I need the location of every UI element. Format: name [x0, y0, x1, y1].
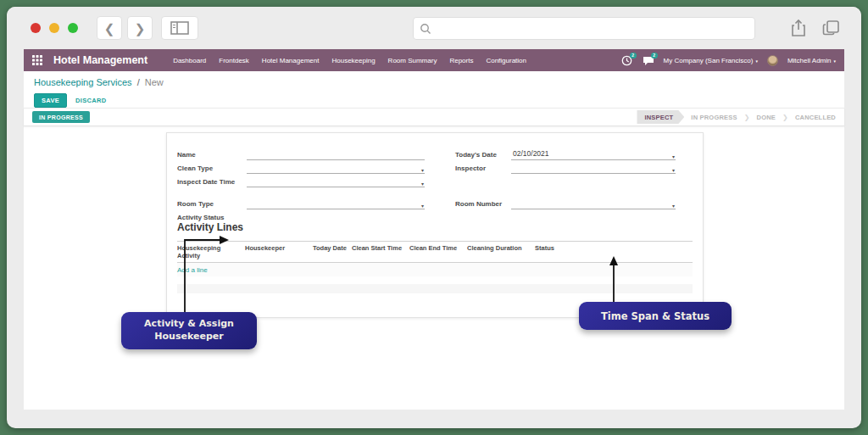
col-housekeeper: Housekeeper — [245, 244, 313, 259]
menu-item-reports[interactable]: Reports — [449, 57, 473, 64]
browser-chrome: ❮ ❯ — [7, 7, 861, 49]
clean-type-select[interactable]: ▾ — [247, 163, 425, 174]
chevron-down-icon: ▾ — [672, 167, 675, 173]
room-number-label: Room Number — [455, 200, 511, 209]
field-todays-date: Today's Date 02/10/2021▾ — [455, 147, 676, 160]
company-switcher[interactable]: My Company (San Francisco)▾ — [664, 57, 758, 64]
sidebar-toggle-button[interactable] — [161, 16, 198, 40]
app-menu: Dashboard Frontdesk Hotel Management Hou… — [173, 57, 526, 64]
navbar-right: 2 2 My Company (San Francisco)▾ Mitchell… — [621, 55, 836, 66]
address-search-bar[interactable] — [413, 17, 755, 40]
room-type-select[interactable]: ▾ — [247, 198, 425, 209]
form-view: Housekeeping Services / New SAVE DISCARD… — [24, 71, 844, 410]
menu-item-configuration[interactable]: Configuration — [486, 57, 526, 64]
name-input[interactable] — [247, 149, 425, 160]
pipeline-step-in-progress[interactable]: IN PROGRESS — [691, 114, 737, 121]
clean-type-label: Clean Type — [177, 165, 247, 174]
breadcrumb-current: New — [145, 77, 164, 87]
chevron-down-icon: ▾ — [421, 167, 424, 173]
menu-item-frontdesk[interactable]: Frontdesk — [219, 57, 249, 64]
field-clean-type: Clean Type ▾ — [177, 160, 425, 174]
right-annotation-callout: Time Span & Status — [579, 302, 732, 330]
left-annotation-arrow — [179, 235, 238, 316]
user-menu[interactable]: Mitchell Admin▾ — [787, 57, 836, 64]
status-badge: IN PROGRESS — [32, 111, 90, 123]
field-name: Name — [177, 147, 425, 160]
menu-item-hotel-management[interactable]: Hotel Management — [262, 57, 320, 64]
close-window-icon[interactable] — [31, 23, 41, 33]
activities-count-badge: 2 — [630, 53, 637, 59]
chevron-right-icon: ❯ — [135, 22, 146, 35]
col-today-date: Today Date — [313, 244, 352, 259]
statusbar: IN PROGRESS INSPECT IN PROGRESS ❯ DONE ❯… — [24, 108, 844, 126]
maximize-window-icon[interactable] — [68, 23, 78, 33]
field-room-type: Room Type ▾ — [177, 196, 425, 209]
messages-count-badge: 2 — [651, 53, 658, 59]
menu-item-room-summary[interactable]: Room Summary — [388, 57, 437, 64]
right-annotation-arrow — [608, 256, 620, 304]
app-navbar: Hotel Management Dashboard Frontdesk Hot… — [24, 49, 844, 71]
save-button[interactable]: SAVE — [34, 93, 67, 108]
tabs-overview-icon[interactable] — [822, 19, 841, 37]
todays-date-input[interactable]: 02/10/2021▾ — [511, 149, 676, 160]
minimize-window-icon[interactable] — [49, 23, 59, 33]
inspector-label: Inspector — [455, 165, 511, 174]
window-controls — [31, 23, 78, 33]
field-room-number: Room Number ▾ — [455, 196, 676, 209]
chevron-down-icon: ▾ — [672, 153, 675, 159]
search-icon — [420, 23, 431, 35]
inspect-date-time-label: Inspect Date Time — [177, 178, 247, 187]
discard-button[interactable]: DISCARD — [75, 97, 106, 104]
col-cleaning-duration: Cleaning Duration — [467, 244, 535, 259]
browser-forward-button[interactable]: ❯ — [127, 16, 153, 40]
activities-button[interactable]: 2 — [621, 55, 633, 66]
share-icon[interactable] — [790, 19, 807, 37]
col-clean-start-time: Clean Start Time — [352, 244, 409, 259]
pipeline-step-cancelled[interactable]: CANCELLED — [795, 114, 836, 121]
activity-status-value — [247, 212, 425, 223]
pipeline-step-done[interactable]: DONE — [757, 114, 776, 121]
apps-grid-icon[interactable] — [32, 55, 42, 65]
chevron-left-icon: ❮ — [104, 22, 115, 35]
chevron-down-icon: ▾ — [755, 59, 758, 64]
chevron-right-icon: ❯ — [744, 114, 750, 121]
app-title[interactable]: Hotel Management — [53, 54, 147, 66]
field-inspect-date-time: Inspect Date Time ▾ — [177, 174, 425, 187]
left-annotation-callout: Activity & Assign Housekeeper — [121, 312, 257, 349]
breadcrumb: Housekeeping Services / New — [34, 77, 164, 87]
inspector-select[interactable]: ▾ — [511, 163, 676, 174]
sidebar-icon — [170, 21, 189, 35]
menu-item-dashboard[interactable]: Dashboard — [173, 57, 206, 64]
todays-date-label: Today's Date — [455, 151, 511, 160]
messages-button[interactable]: 2 — [643, 55, 654, 66]
room-number-select[interactable]: ▾ — [511, 198, 676, 209]
chevron-down-icon: ▾ — [672, 203, 675, 209]
chevron-down-icon: ▾ — [833, 59, 836, 64]
menu-item-housekeeping[interactable]: Housekeeping — [331, 57, 375, 64]
field-inspector: Inspector ▾ — [455, 160, 676, 174]
col-clean-end-time: Clean End Time — [409, 244, 467, 259]
activity-lines-title: Activity Lines — [177, 221, 243, 233]
chevron-right-icon: ❯ — [782, 114, 788, 121]
browser-back-button[interactable]: ❮ — [97, 16, 122, 40]
form-sheet: Name Clean Type ▾ Inspect Date Time ▾ Ro… — [166, 132, 704, 318]
hotel-management-page: Hotel Management Dashboard Frontdesk Hot… — [24, 49, 844, 410]
pipeline-step-inspect[interactable]: INSPECT — [637, 110, 684, 124]
room-type-label: Room Type — [177, 200, 247, 209]
user-avatar[interactable] — [767, 55, 778, 66]
browser-window: ❮ ❯ Hotel Management Dashboard Frontdesk… — [7, 7, 861, 428]
breadcrumb-separator: / — [137, 77, 140, 87]
status-pipeline: INSPECT IN PROGRESS ❯ DONE ❯ CANCELLED — [637, 110, 836, 124]
name-label: Name — [177, 151, 247, 160]
breadcrumb-housekeeping-services[interactable]: Housekeeping Services — [34, 77, 132, 87]
inspect-date-time-input[interactable]: ▾ — [247, 176, 425, 187]
chevron-down-icon: ▾ — [421, 203, 424, 209]
chevron-down-icon: ▾ — [421, 181, 424, 187]
